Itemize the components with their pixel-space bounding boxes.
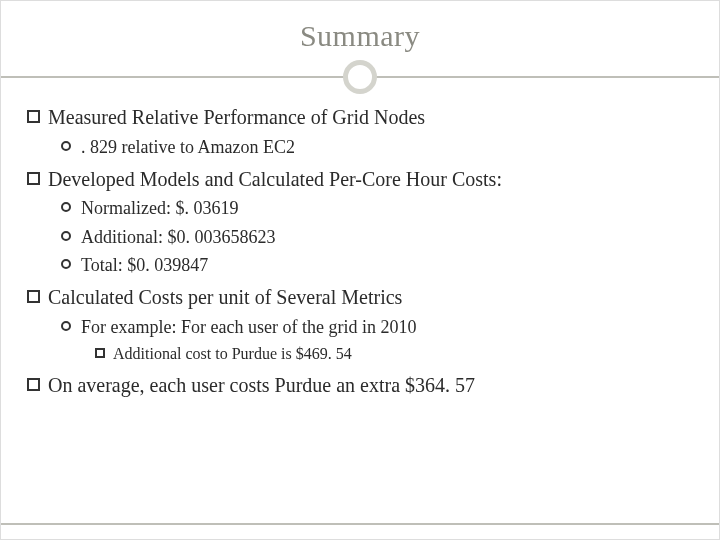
bullet-3: Calculated Costs per unit of Several Met… [27,285,693,311]
bullet-1: Measured Relative Performance of Grid No… [27,105,693,131]
slide-title: Summary [27,19,693,53]
bullet-3-sub-sub-1: Additional cost to Purdue is $469. 54 [95,343,693,365]
bullet-1-sub-1: . 829 relative to Amazon EC2 [61,135,693,159]
bullet-2: Developed Models and Calculated Per-Core… [27,167,693,193]
bullet-1-sub-1-text: . 829 relative to Amazon EC2 [81,135,295,159]
bullet-2-sub-1: Normalized: $. 03619 [61,196,693,220]
bullet-3-sub-1: For example: For each user of the grid i… [61,315,693,339]
bullet-4: On average, each user costs Purdue an ex… [27,373,693,399]
bullet-2-sub-2-text: Additional: $0. 003658623 [81,225,276,249]
bullet-2-sub-1-text: Normalized: $. 03619 [81,196,238,220]
circle-bullet-icon [61,202,71,212]
square-bullet-icon [27,378,40,391]
slide: Summary Measured Relative Performance of… [0,0,720,540]
bullet-3-sub-1-text: For example: For each user of the grid i… [81,315,416,339]
circle-bullet-icon [61,321,71,331]
circle-bullet-icon [61,141,71,151]
bullet-3-text: Calculated Costs per unit of Several Met… [48,285,402,311]
circle-bullet-icon [61,231,71,241]
bullet-2-sub-3: Total: $0. 039847 [61,253,693,277]
bullet-2-sub-2: Additional: $0. 003658623 [61,225,693,249]
circle-bullet-icon [61,259,71,269]
square-bullet-icon [95,348,105,358]
square-bullet-icon [27,110,40,123]
bullet-2-text: Developed Models and Calculated Per-Core… [48,167,502,193]
bullet-1-text: Measured Relative Performance of Grid No… [48,105,425,131]
bullet-3-sub-sub-1-text: Additional cost to Purdue is $469. 54 [113,343,352,365]
ring-icon [343,60,377,94]
footer-rule [1,523,719,525]
square-bullet-icon [27,290,40,303]
title-divider [27,59,693,95]
bullet-4-text: On average, each user costs Purdue an ex… [48,373,475,399]
content-area: Measured Relative Performance of Grid No… [27,105,693,398]
bullet-2-sub-3-text: Total: $0. 039847 [81,253,208,277]
square-bullet-icon [27,172,40,185]
